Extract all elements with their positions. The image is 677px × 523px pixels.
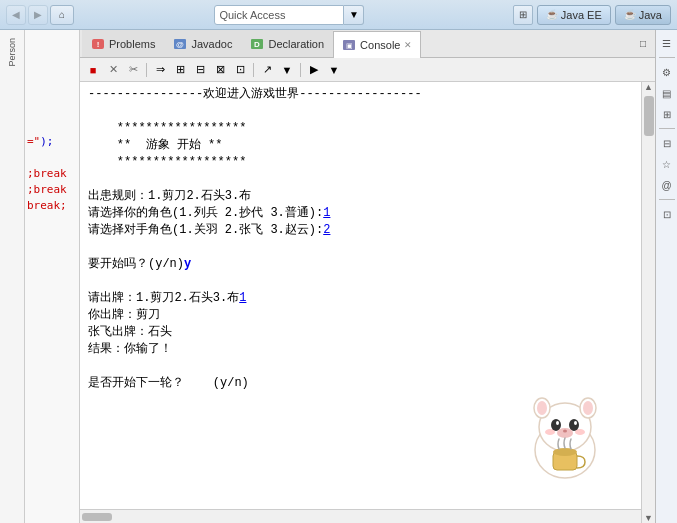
search-button[interactable]: ▼ (344, 5, 364, 25)
v-scrollbar[interactable]: ▲ ▼ (641, 82, 655, 523)
svg-text:@: @ (177, 40, 185, 49)
console-line-blank1 (88, 103, 633, 120)
choice-1-link[interactable]: 1 (323, 206, 330, 220)
console-area: ----------------欢迎进入游戏世界----------------… (80, 82, 655, 523)
nav-forward-button[interactable]: ▶ (28, 5, 48, 25)
rs-btn-3[interactable]: ▤ (658, 84, 676, 102)
search-input[interactable] (214, 5, 344, 25)
perspective-grid-button[interactable]: ⊞ (513, 5, 533, 25)
tab-javadoc[interactable]: @ Javadoc (164, 30, 241, 57)
svg-point-12 (537, 401, 547, 415)
rs-btn-2[interactable]: ⚙ (658, 63, 676, 81)
console-line-result: 结果：你输了！ (88, 341, 633, 358)
close-console-button[interactable]: ✕ (104, 61, 122, 79)
h-scrollbar[interactable] (80, 509, 641, 523)
tab-console[interactable]: ▣ Console ✕ (333, 31, 421, 58)
java-label: Java (639, 9, 662, 21)
scroll-up-arrow[interactable]: ▲ (644, 82, 653, 92)
sidebar-person-label[interactable]: Person (7, 38, 17, 67)
nav-home-button[interactable]: ⌂ (50, 5, 74, 25)
run-button[interactable]: ↗ (258, 61, 276, 79)
declaration-icon: D (250, 38, 264, 50)
console-line-blank5 (88, 358, 633, 375)
console-line-blank3 (88, 239, 633, 256)
open-button[interactable]: ⊡ (231, 61, 249, 79)
tab-problems[interactable]: ! Problems (82, 30, 164, 57)
console-line-play: 请出牌：1.剪刀2.石头3.布1 (88, 290, 633, 307)
code-line-5: break; (27, 198, 77, 214)
rs-btn-8[interactable]: ⊡ (658, 205, 676, 223)
console-wrapper: ----------------欢迎进入游戏世界----------------… (80, 82, 641, 523)
rs-sep-3 (659, 199, 675, 200)
dropdown-button[interactable]: ▼ (278, 61, 296, 79)
code-line-4: ;break (27, 182, 77, 198)
toolbar-separator-3 (300, 63, 301, 77)
v-scrollbar-thumb[interactable] (644, 96, 654, 136)
main-area: Person ="); ;break ;break break; ! Probl… (0, 30, 677, 523)
scroll-lock-button[interactable]: ⇒ (151, 61, 169, 79)
svg-point-19 (563, 430, 567, 433)
svg-point-14 (551, 419, 561, 431)
svg-text:▣: ▣ (346, 42, 353, 49)
new-console-button[interactable]: ▶ (305, 61, 323, 79)
tab-problems-label: Problems (109, 38, 155, 50)
scroll-down-arrow[interactable]: ▼ (644, 513, 653, 523)
svg-text:!: ! (97, 40, 100, 49)
svg-point-13 (583, 401, 593, 415)
mascot-decoration (518, 392, 613, 487)
h-scrollbar-thumb[interactable] (82, 513, 112, 521)
problems-icon: ! (91, 38, 105, 50)
nav-back-button[interactable]: ◀ (6, 5, 26, 25)
eclipse-main: ! Problems @ Javadoc D Declaration (80, 30, 655, 523)
perspective-java-ee[interactable]: ☕ Java EE (537, 5, 611, 25)
tab-declaration[interactable]: D Declaration (241, 30, 333, 57)
console-line-stars2: ****************** (88, 154, 633, 171)
code-line-3: ;break (27, 166, 77, 182)
console-toolbar: ■ ✕ ✂ ⇒ ⊞ ⊟ ⊠ ⊡ ↗ ▼ ▶ ▼ (80, 58, 655, 82)
play-1-link[interactable]: 1 (239, 291, 246, 305)
console-line-blank2 (88, 171, 633, 188)
console-line-next: 是否开始下一轮？ (y/n) (88, 375, 633, 392)
choice-2-link[interactable]: 2 (323, 223, 330, 237)
code-panel: ="); ;break ;break break; (25, 30, 80, 523)
rs-btn-5[interactable]: ⊟ (658, 134, 676, 152)
svg-point-20 (545, 429, 555, 435)
rs-btn-6[interactable]: ☆ (658, 155, 676, 173)
svg-text:D: D (255, 40, 261, 49)
rs-sep-1 (659, 57, 675, 58)
console-line-choose-role: 请选择你的角色(1.列兵 2.抄代 3.普通):1 (88, 205, 633, 222)
console-line-enemy-move: 张飞出牌：石头 (88, 324, 633, 341)
tab-console-close[interactable]: ✕ (404, 40, 412, 50)
left-sidebar: Person (0, 30, 25, 523)
java-ee-label: Java EE (561, 9, 602, 21)
console-line-welcome: ----------------欢迎进入游戏世界----------------… (88, 86, 633, 103)
maximize-button[interactable]: □ (635, 36, 651, 52)
pin-button[interactable]: ⊠ (211, 61, 229, 79)
javadoc-icon: @ (173, 38, 187, 50)
rs-btn-4[interactable]: ⊞ (658, 105, 676, 123)
toolbar-separator-1 (146, 63, 147, 77)
search-bar: ▼ (214, 5, 364, 25)
code-line-1: ="); (27, 134, 77, 150)
word-wrap-button[interactable]: ⊞ (171, 61, 189, 79)
console-line-choose-enemy: 请选择对手角色(1.关羽 2.张飞 3.赵云):2 (88, 222, 633, 239)
rs-btn-1[interactable]: ☰ (658, 34, 676, 52)
svg-point-17 (574, 421, 577, 425)
disconnect-button[interactable]: ✂ (124, 61, 142, 79)
perspective-java[interactable]: ☕ Java (615, 5, 671, 25)
code-line-2 (27, 150, 77, 166)
console-line-start: 要开始吗？(y/n)y (88, 256, 633, 273)
stop-button[interactable]: ■ (84, 61, 102, 79)
right-sidebar: ☰ ⚙ ▤ ⊞ ⊟ ☆ @ ⊡ (655, 30, 677, 523)
console-content[interactable]: ----------------欢迎进入游戏世界----------------… (80, 82, 641, 509)
tab-bar: ! Problems @ Javadoc D Declaration (80, 30, 655, 58)
perspective-buttons: ⊞ ☕ Java EE ☕ Java (513, 5, 671, 25)
dropdown-new-button[interactable]: ▼ (325, 61, 343, 79)
java-icon: ☕ (624, 9, 636, 20)
rs-btn-7[interactable]: @ (658, 176, 676, 194)
tab-bar-actions: □ (635, 36, 655, 52)
start-y: y (184, 257, 191, 271)
format-button[interactable]: ⊟ (191, 61, 209, 79)
tab-javadoc-label: Javadoc (191, 38, 232, 50)
console-icon: ▣ (342, 39, 356, 51)
